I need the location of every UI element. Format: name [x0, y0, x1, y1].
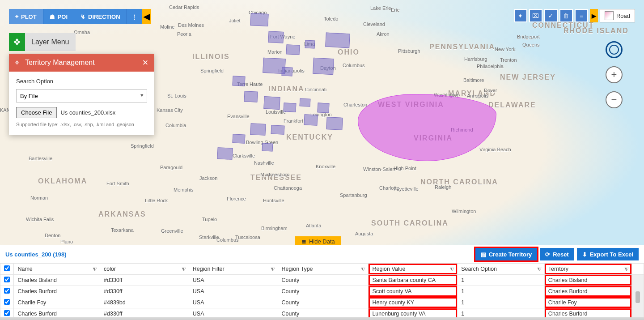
check-tool[interactable]: ✓ — [544, 9, 558, 22]
route-icon: ↯ — [80, 13, 85, 20]
city-label: Louisville — [266, 109, 286, 115]
state-label: ILLINOIS — [192, 53, 230, 61]
col-region-type: Region Type — [282, 266, 313, 272]
filter-icon[interactable]: ⧨ — [93, 266, 97, 273]
row-checkbox[interactable] — [4, 299, 10, 305]
scrollbar-thumb[interactable] — [636, 291, 640, 303]
cell-color: #4839bd — [100, 297, 189, 308]
choose-file-button[interactable]: Choose File — [16, 107, 57, 118]
top-left-toolbar: ⌖PLOT ☗POI ↯DIRECTION ⋮ ◀ — [9, 9, 151, 24]
table-row[interactable]: Charles Burford#d330ffUSACountyScott cou… — [0, 286, 644, 297]
state-label: ARKANSAS — [98, 210, 146, 218]
city-label: Joliet — [229, 18, 241, 23]
line-tool[interactable]: ≡ — [575, 9, 588, 22]
poi-button[interactable]: ☗POI — [43, 9, 74, 24]
cell-region-type: County — [278, 297, 369, 308]
city-label: St. Louis — [167, 93, 186, 98]
city-label: Des Moines — [178, 22, 204, 28]
table-row[interactable]: Charlie Foy#4839bdUSACountyHenry county … — [0, 297, 644, 308]
city-label: Annapolis — [467, 93, 488, 98]
deselect-tool[interactable]: ⌧ — [529, 9, 542, 22]
bottom-edge — [0, 317, 644, 320]
layers-icon[interactable]: ❖ — [9, 33, 25, 51]
row-checkbox[interactable] — [4, 288, 10, 294]
territory-poly — [244, 91, 258, 102]
row-checkbox[interactable] — [4, 277, 10, 282]
collapse-right-button[interactable]: ▶ — [590, 9, 598, 22]
city-label: Atlanta — [306, 223, 321, 228]
road-label: Road — [616, 13, 630, 19]
grid-title: Us counties_200 (198) — [5, 251, 67, 258]
file-hint: Supported file type: .xlsx, .csv, .shp, … — [16, 122, 147, 127]
collapse-left-button[interactable]: ◀ — [142, 9, 151, 24]
filter-icon[interactable]: ⧨ — [624, 266, 629, 273]
cell-region-value: Scott county VA — [369, 286, 458, 297]
scrollbar-track — [631, 264, 644, 275]
territory-poly — [232, 76, 245, 86]
export-excel-button[interactable]: ⬇Export To Excel — [577, 248, 639, 260]
city-label: Jackson — [199, 175, 217, 181]
cell-name: Charles Burford — [14, 286, 100, 297]
city-label: Greenville — [161, 228, 183, 234]
cell-search-option: 1 — [458, 297, 545, 308]
col-region-value: Region Value — [372, 266, 405, 272]
city-label: Pittsburgh — [398, 48, 420, 54]
filter-icon[interactable]: ⧨ — [182, 266, 186, 273]
city-label: Memphis — [174, 187, 194, 192]
state-label: OHIO — [338, 48, 360, 56]
city-label: Springfield — [200, 68, 224, 73]
plot-button[interactable]: ⌖PLOT — [9, 9, 43, 24]
city-label: Fort Smith — [106, 181, 129, 186]
city-label: Evansville — [227, 114, 250, 119]
more-button[interactable]: ⋮ — [127, 9, 142, 24]
select-tool[interactable]: ✦ — [514, 9, 527, 22]
city-label: Plano — [60, 239, 73, 244]
territory-poly — [325, 33, 350, 48]
cell-region-filter: USA — [189, 275, 278, 286]
close-panel-button[interactable]: × — [136, 57, 154, 68]
city-label: Texarkana — [111, 227, 134, 233]
city-label: Wilmington — [452, 209, 476, 214]
reset-button[interactable]: ⟳Reset — [540, 248, 574, 260]
city-label: New York — [495, 47, 515, 52]
chosen-file-name: Us counties_200.xlsx — [60, 109, 115, 116]
pin-icon: ⌖ — [15, 13, 18, 20]
row-checkbox[interactable] — [4, 310, 10, 316]
territory-poly — [317, 102, 329, 113]
filter-icon[interactable]: ⧨ — [450, 266, 454, 273]
plot-label: PLOT — [21, 13, 37, 20]
layer-menu-title: Layer Menu — [25, 38, 76, 46]
territory-poly — [283, 102, 296, 112]
filter-icon[interactable]: ⧨ — [361, 266, 365, 273]
city-label: Bridgeport — [517, 34, 540, 39]
data-panel: Us counties_200 (198) ▧Create Territory … — [0, 245, 644, 320]
table-row[interactable]: Charles Bisland#d330ffUSACountySanta Bar… — [0, 275, 644, 286]
delete-tool[interactable]: 🗑 — [559, 9, 573, 22]
filter-icon[interactable]: ⧨ — [271, 266, 275, 273]
territory-poly — [305, 40, 315, 48]
state-label: OKLAHOMA — [38, 177, 87, 185]
territory-poly — [268, 31, 284, 43]
city-label: Cleveland — [363, 21, 385, 27]
zoom-out-button[interactable]: − — [606, 91, 623, 108]
globe-reset-button[interactable] — [606, 41, 623, 58]
filter-icon[interactable]: ⧨ — [537, 266, 542, 273]
city-label: Columbia — [165, 123, 186, 128]
city-label: Toledo — [324, 16, 338, 21]
cell-region-value: Santa Barbara county CA — [369, 275, 458, 286]
select-all-checkbox[interactable] — [4, 265, 10, 271]
create-territory-label: Create Territory — [489, 251, 532, 258]
map-mode-road[interactable]: Road — [600, 9, 635, 22]
create-territory-button[interactable]: ▧Create Territory — [475, 248, 538, 260]
search-option-select[interactable] — [16, 89, 147, 102]
kebab-icon: ⋮ — [131, 13, 137, 20]
city-label: Springfield — [131, 143, 154, 149]
city-label: Columbus — [343, 63, 365, 68]
hide-data-label: Hide Data — [309, 238, 335, 245]
direction-button[interactable]: ↯DIRECTION — [74, 9, 127, 24]
state-label: PENNSYLVANIA — [429, 43, 495, 51]
state-label: SOUTH CAROLINA — [371, 219, 449, 227]
territory-poly — [250, 13, 268, 26]
scrollbar[interactable] — [631, 275, 644, 320]
zoom-in-button[interactable]: + — [606, 66, 623, 83]
